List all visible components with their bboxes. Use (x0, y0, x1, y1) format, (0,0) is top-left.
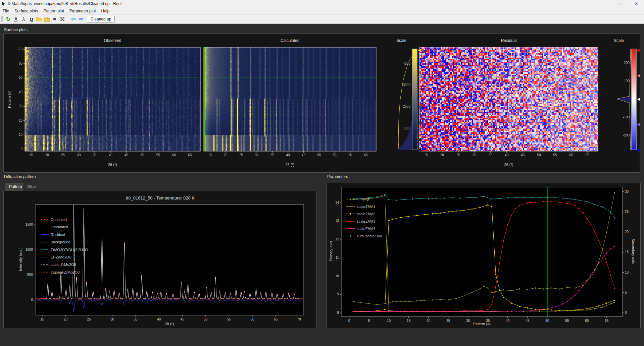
tab-slice[interactable]: Slice (23, 183, 40, 191)
surface-plots-panel: Observed Calculated Residual Scale Scale… (3, 34, 640, 173)
tick-label: 45 (302, 153, 306, 157)
svg-text:trigonal-ZrMo2O8: trigonal-ZrMo2O8 (51, 270, 80, 274)
scale-tick-label: 0 (628, 97, 630, 101)
intensity-colorbar[interactable] (412, 49, 417, 150)
menu-parameter-plot[interactable]: Parameter plot (67, 8, 99, 14)
tick-label: 65 (586, 153, 590, 157)
tick-label: 20 (440, 153, 444, 157)
close-button[interactable]: ✕ (629, 0, 644, 7)
export-folder-icon[interactable] (43, 15, 51, 23)
residual-heatmap[interactable] (419, 47, 598, 151)
menu-file[interactable]: File (0, 8, 12, 14)
scale-marker[interactable] (637, 97, 640, 101)
diffraction-plot[interactable]: 152025303540455055606570050010001500Obse… (4, 191, 317, 329)
svg-text:Calculated: Calculated (51, 225, 68, 229)
pattern-number-axis-label: Pattern (#) (341, 322, 623, 326)
scale-marker[interactable] (637, 148, 640, 152)
observed-title: Observed (25, 38, 200, 43)
wavelength-icon[interactable]: λ (20, 15, 28, 23)
tick-label: 60 (19, 62, 23, 65)
close-pattern-icon[interactable]: ✖ (51, 15, 58, 23)
svg-text:LT-ZrMo2O8: LT-ZrMo2O8 (51, 255, 71, 259)
scale-tick-label: 1000 (403, 126, 411, 130)
app-icon (2, 1, 6, 6)
back-arrow-icon[interactable]: ⇦ (69, 15, 77, 23)
tick-label: 55 (553, 153, 557, 157)
tick-label: 50 (19, 76, 23, 79)
tick-label: 5 (625, 291, 627, 294)
svg-text:scaleZMV4: scaleZMV4 (357, 227, 375, 231)
q-space-icon[interactable]: Q (28, 15, 35, 23)
residual-two-theta-label: 2θ (°) (419, 163, 598, 167)
menubar: File Surface plots Pattern plot Paramete… (0, 7, 644, 15)
dataset-selector-button[interactable]: Cleaned up (87, 16, 115, 22)
tick-label: 40 (109, 153, 113, 157)
tick-label: 15 (29, 153, 33, 157)
tick-label: 70 (19, 47, 23, 51)
tick-label: 20 (224, 153, 228, 157)
observed-heatmap[interactable] (25, 47, 200, 151)
svg-text:scaleZMV3: scaleZMV3 (357, 219, 375, 223)
pattern-axis-label: Pattern (#) (7, 79, 11, 119)
window-title: D:/data/topas_workshop/zrmo2o8_vt/Result… (8, 1, 121, 6)
tick-label: 0 (31, 298, 33, 302)
tick-label: 500 (27, 273, 33, 277)
parameters-plot[interactable]: 0510152025303540455055606589101112131405… (327, 183, 641, 329)
diffraction-two-theta-label: 2θ (°) (35, 322, 304, 326)
font-icon[interactable]: A (12, 15, 20, 23)
tick-label: 0 (20, 147, 22, 151)
tick-label: 15 (40, 318, 44, 321)
diffraction-panel: d8_01612_50 - Temperature: 828 K Intensi… (3, 191, 316, 328)
tick-label: 25 (625, 210, 629, 214)
tick-label: 30 (255, 153, 259, 157)
tick-label: 10 (19, 133, 23, 136)
tick-label: 40 (157, 318, 161, 321)
residual-scale-title: Scale (605, 38, 632, 43)
tick-label: 1500 (26, 223, 33, 226)
reel-window: D:/data/topas_workshop/zrmo2o8_vt/Result… (0, 0, 644, 346)
scale-tick-label: 100 (624, 79, 630, 83)
scale-marker[interactable] (637, 48, 640, 52)
tick-label: 12 (335, 237, 339, 241)
refresh-icon[interactable]: ↻ (4, 15, 12, 23)
svg-text:Observed: Observed (51, 218, 67, 222)
minimize-button[interactable]: – (598, 0, 613, 7)
fit-view-icon[interactable] (58, 15, 66, 23)
tick-label: 40 (19, 90, 23, 94)
menu-pattern-plot[interactable]: Pattern plot (41, 8, 66, 14)
tick-label: 13 (335, 219, 339, 223)
observed-two-theta-label: 2θ (°) (25, 163, 200, 167)
svg-text:← Rwp: ← Rwp (357, 197, 369, 201)
tick-label: 60 (172, 153, 176, 157)
scale-marker[interactable] (637, 123, 640, 127)
toolbar: ↻ A λ Q ✖ ⇦ ⇨ Cleaned up (0, 15, 644, 24)
tick-label: 35 (93, 153, 97, 157)
tick-label: 50 (204, 318, 208, 321)
tick-label: 40 (286, 153, 290, 157)
diffraction-pattern-label: Diffraction pattern (4, 174, 36, 179)
open-folder-icon[interactable] (35, 15, 43, 23)
forward-arrow-icon[interactable]: ⇨ (77, 15, 85, 23)
svg-text:ZrMO2O7(OH)2.2H2O: ZrMO2O7(OH)2.2H2O (51, 248, 88, 252)
svg-text:Residual: Residual (51, 233, 65, 237)
menu-surface-plots[interactable]: Surface plots (12, 8, 41, 14)
scale-marker[interactable] (637, 74, 640, 78)
tick-label: 20 (625, 230, 629, 234)
tick-label: 70 (297, 318, 301, 321)
tick-label: 35 (134, 318, 138, 321)
residual-colorbar[interactable] (631, 49, 637, 150)
residual-histogram (616, 96, 631, 103)
tick-label: 30 (625, 190, 629, 193)
calculated-heatmap[interactable] (204, 47, 376, 151)
tick-label: 55 (227, 318, 231, 321)
calculated-title: Calculated (204, 38, 376, 43)
tick-label: 20 (45, 153, 49, 157)
intensity-scale-title: Scale (388, 38, 415, 43)
tick-label: 35 (489, 153, 493, 157)
tick-label: 50 (317, 153, 321, 157)
tick-label: 10 (335, 274, 339, 278)
tick-label: 20 (64, 318, 68, 321)
menu-help[interactable]: Help (98, 8, 112, 14)
maximize-button[interactable]: □ (613, 0, 629, 7)
svg-text:sum_scaleZMV →: sum_scaleZMV → (357, 234, 387, 238)
